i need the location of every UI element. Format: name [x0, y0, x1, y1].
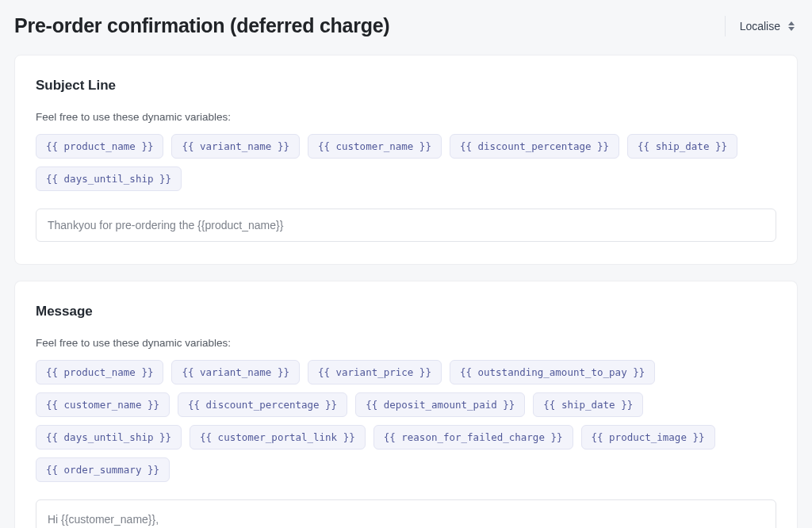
message-chip[interactable]: {{ days_until_ship }} [36, 425, 182, 450]
message-chip[interactable]: {{ product_image }} [581, 425, 715, 450]
localise-select[interactable]: Localise [737, 17, 798, 36]
select-arrows-icon [788, 21, 795, 31]
localise-label: Localise [740, 20, 780, 33]
message-chip[interactable]: {{ outstanding_amount_to_pay }} [450, 360, 655, 385]
message-textarea[interactable]: Hi {{customer_name}},Thanks for pre-orde… [36, 499, 776, 528]
header-divider [725, 16, 726, 36]
subject-heading: Subject Line [36, 78, 776, 94]
message-hint: Feel free to use these dynamic variables… [36, 337, 776, 349]
message-chip[interactable]: {{ reason_for_failed_charge }} [373, 425, 573, 450]
page-header: Pre-order confirmation (deferred charge)… [0, 0, 812, 55]
subject-hint: Feel free to use these dynamic variables… [36, 111, 776, 123]
subject-chip[interactable]: {{ discount_percentage }} [450, 134, 619, 159]
message-chip[interactable]: {{ variant_name }} [171, 360, 299, 385]
page-root: Pre-order confirmation (deferred charge)… [0, 0, 812, 528]
message-heading: Message [36, 304, 776, 319]
subject-chip[interactable]: {{ customer_name }} [308, 134, 442, 159]
page-title: Pre-order confirmation (deferred charge) [14, 14, 389, 37]
message-chip[interactable]: {{ variant_price }} [308, 360, 442, 385]
message-chip[interactable]: {{ deposit_amount_paid }} [355, 392, 525, 417]
message-variable-chips: {{ product_name }}{{ variant_name }}{{ v… [36, 360, 776, 482]
subject-chip[interactable]: {{ product_name }} [36, 134, 163, 159]
message-chip[interactable]: {{ order_summary }} [36, 457, 170, 482]
message-chip[interactable]: {{ product_name }} [36, 360, 163, 385]
message-card: Message Feel free to use these dynamic v… [14, 281, 798, 528]
subject-chip[interactable]: {{ variant_name }} [171, 134, 299, 159]
message-chip[interactable]: {{ customer_name }} [36, 392, 170, 417]
subject-input[interactable]: Thankyou for pre-ordering the {{product_… [36, 209, 776, 242]
subject-variable-chips: {{ product_name }}{{ variant_name }}{{ c… [36, 134, 776, 191]
message-chip[interactable]: {{ customer_portal_link }} [190, 425, 366, 450]
subject-chip[interactable]: {{ ship_date }} [627, 134, 737, 159]
message-chip[interactable]: {{ discount_percentage }} [178, 392, 347, 417]
message-chip[interactable]: {{ ship_date }} [533, 392, 643, 417]
localise-wrap: Localise [725, 16, 798, 36]
subject-card: Subject Line Feel free to use these dyna… [14, 55, 798, 265]
message-body-line: Hi {{customer_name}}, [48, 511, 764, 528]
subject-chip[interactable]: {{ days_until_ship }} [36, 166, 182, 191]
